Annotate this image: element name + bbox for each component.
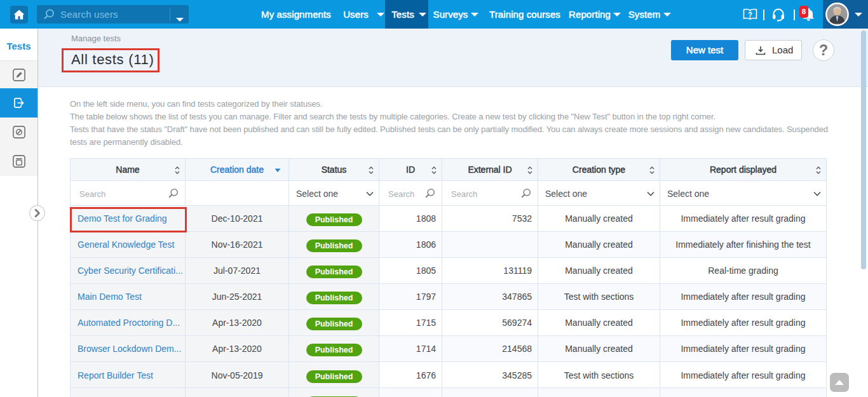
- svg-text:?: ?: [748, 11, 752, 18]
